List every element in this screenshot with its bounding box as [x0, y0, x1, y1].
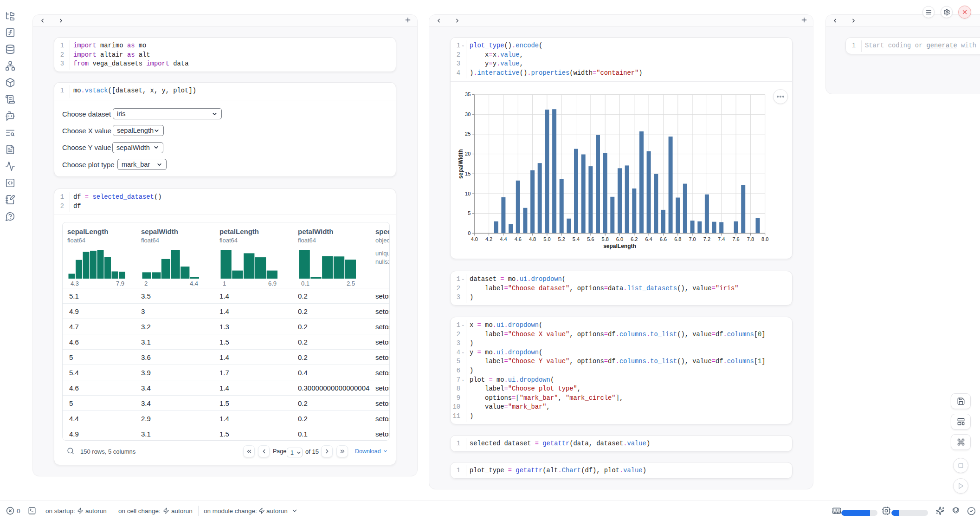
svg-text:sepalWidth: sepalWidth — [458, 149, 464, 179]
svg-text:7.2: 7.2 — [703, 236, 710, 242]
svg-text:30: 30 — [465, 111, 471, 117]
svg-text:0: 0 — [468, 230, 471, 236]
svg-text:4.8: 4.8 — [529, 236, 536, 242]
svg-text:5.6: 5.6 — [587, 236, 594, 242]
svg-text:6.2: 6.2 — [631, 236, 638, 242]
svg-text:10: 10 — [465, 191, 471, 196]
svg-text:4.6: 4.6 — [515, 236, 522, 242]
svg-text:20: 20 — [465, 151, 471, 156]
svg-text:8.0: 8.0 — [761, 236, 768, 242]
svg-text:sepalLength: sepalLength — [603, 243, 636, 249]
svg-text:4.0: 4.0 — [471, 236, 478, 242]
svg-text:5.8: 5.8 — [602, 236, 609, 242]
svg-text:7.4: 7.4 — [718, 236, 725, 242]
svg-text:4.2: 4.2 — [485, 236, 492, 242]
svg-text:7.6: 7.6 — [732, 236, 739, 242]
svg-text:25: 25 — [465, 131, 471, 137]
svg-text:4.4: 4.4 — [500, 236, 507, 242]
svg-text:5.4: 5.4 — [573, 236, 580, 242]
svg-text:15: 15 — [465, 171, 471, 176]
svg-text:5.2: 5.2 — [558, 236, 565, 242]
svg-text:5: 5 — [468, 210, 471, 216]
svg-text:7.8: 7.8 — [747, 236, 754, 242]
svg-text:7.0: 7.0 — [689, 236, 696, 242]
svg-text:6.4: 6.4 — [645, 236, 652, 242]
svg-text:35: 35 — [465, 91, 471, 97]
svg-text:5.0: 5.0 — [543, 236, 550, 242]
svg-text:6.6: 6.6 — [660, 236, 667, 242]
svg-text:6.8: 6.8 — [674, 236, 681, 242]
svg-text:6.0: 6.0 — [616, 236, 623, 242]
